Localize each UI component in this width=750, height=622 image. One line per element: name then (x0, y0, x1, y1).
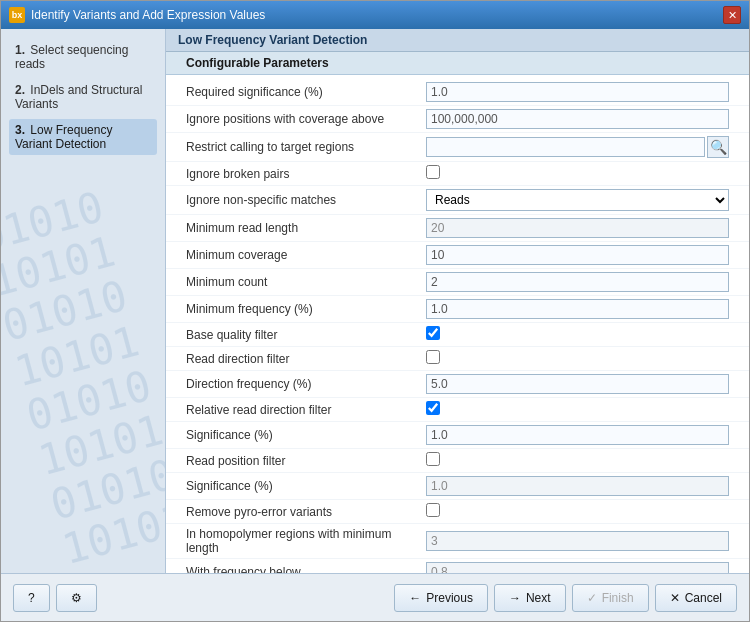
param-value-required-significance (426, 82, 729, 102)
param-row-pyro-error: Remove pyro-error variants (166, 500, 749, 524)
app-icon: bx (9, 7, 25, 23)
param-value-significance2 (426, 476, 729, 496)
next-button[interactable]: → Next (494, 584, 566, 612)
param-label-min-coverage: Minimum coverage (186, 248, 426, 262)
checkbox-ignore-broken-pairs[interactable] (426, 165, 440, 179)
param-value-direction-frequency (426, 374, 729, 394)
browse-button-target-regions[interactable]: 🔍 (707, 136, 729, 158)
param-label-min-frequency: Minimum frequency (%) (186, 302, 426, 316)
param-row-homopolymer: In homopolymer regions with minimum leng… (166, 524, 749, 559)
input-target-regions[interactable] (426, 137, 705, 157)
checkbox-read-position[interactable] (426, 452, 440, 466)
title-bar-left: bx Identify Variants and Add Expression … (9, 7, 265, 23)
step3-label: Low Frequency Variant Detection (15, 123, 112, 151)
param-row-relative-direction: Relative read direction filter (166, 398, 749, 422)
param-value-min-read-length (426, 218, 729, 238)
input-homopolymer[interactable] (426, 531, 729, 551)
input-significance2[interactable] (426, 476, 729, 496)
param-value-relative-direction (426, 401, 729, 418)
footer-left: ? ⚙ (13, 584, 97, 612)
finish-button[interactable]: ✓ Finish (572, 584, 649, 612)
main-window: bx Identify Variants and Add Expression … (0, 0, 750, 622)
param-row-base-quality: Base quality filter (166, 323, 749, 347)
param-label-freq-below: With frequency below (186, 565, 426, 573)
help-label: ? (28, 591, 35, 605)
checkbox-pyro-error[interactable] (426, 503, 440, 517)
sidebar-item-step1[interactable]: 1. Select sequencing reads (9, 39, 157, 75)
param-row-min-coverage: Minimum coverage (166, 242, 749, 269)
param-row-min-read-length: Minimum read length (166, 215, 749, 242)
previous-label: Previous (426, 591, 473, 605)
input-required-significance[interactable] (426, 82, 729, 102)
param-value-freq-below (426, 562, 729, 573)
finish-label: Finish (602, 591, 634, 605)
watermark: 0101010101010101010101010101010101010101 (1, 179, 166, 573)
step2-number: 2. (15, 83, 25, 97)
param-row-direction-frequency: Direction frequency (%) (166, 371, 749, 398)
checkbox-relative-direction[interactable] (426, 401, 440, 415)
sidebar-item-step3[interactable]: 3. Low Frequency Variant Detection (9, 119, 157, 155)
param-row-target-regions: Restrict calling to target regions 🔍 (166, 133, 749, 162)
help-button[interactable]: ? (13, 584, 50, 612)
param-value-base-quality (426, 326, 729, 343)
window-title: Identify Variants and Add Expression Val… (31, 8, 265, 22)
step3-number: 3. (15, 123, 25, 137)
param-label-base-quality: Base quality filter (186, 328, 426, 342)
cancel-icon: ✕ (670, 591, 680, 605)
param-value-read-direction (426, 350, 729, 367)
next-label: Next (526, 591, 551, 605)
input-min-count[interactable] (426, 272, 729, 292)
close-button[interactable]: ✕ (723, 6, 741, 24)
params-area: Required significance (%) Ignore positio… (166, 75, 749, 573)
sidebar-item-step2[interactable]: 2. InDels and Structural Variants (9, 79, 157, 115)
title-bar: bx Identify Variants and Add Expression … (1, 1, 749, 29)
cancel-button[interactable]: ✕ Cancel (655, 584, 737, 612)
param-value-homopolymer (426, 531, 729, 551)
param-label-ignore-nonspecific: Ignore non-specific matches (186, 193, 426, 207)
input-ignore-coverage[interactable] (426, 109, 729, 129)
param-value-pyro-error (426, 503, 729, 520)
param-row-ignore-nonspecific: Ignore non-specific matches Reads None P… (166, 186, 749, 215)
param-label-min-read-length: Minimum read length (186, 221, 426, 235)
step2-label: InDels and Structural Variants (15, 83, 142, 111)
param-label-ignore-broken-pairs: Ignore broken pairs (186, 167, 426, 181)
param-label-ignore-coverage: Ignore positions with coverage above (186, 112, 426, 126)
param-value-ignore-broken-pairs (426, 165, 729, 182)
param-row-min-frequency: Minimum frequency (%) (166, 296, 749, 323)
param-label-target-regions: Restrict calling to target regions (186, 140, 426, 154)
input-direction-frequency[interactable] (426, 374, 729, 394)
settings-icon: ⚙ (71, 591, 82, 605)
param-row-freq-below: With frequency below (166, 559, 749, 573)
param-label-read-direction: Read direction filter (186, 352, 426, 366)
settings-button[interactable]: ⚙ (56, 584, 97, 612)
checkbox-base-quality[interactable] (426, 326, 440, 340)
step1-number: 1. (15, 43, 25, 57)
param-label-read-position: Read position filter (186, 454, 426, 468)
param-row-read-direction: Read direction filter (166, 347, 749, 371)
previous-icon: ← (409, 591, 421, 605)
step1-label: Select sequencing reads (15, 43, 128, 71)
checkbox-read-direction[interactable] (426, 350, 440, 364)
param-value-ignore-coverage (426, 109, 729, 129)
input-min-coverage[interactable] (426, 245, 729, 265)
next-icon: → (509, 591, 521, 605)
param-value-read-position (426, 452, 729, 469)
param-value-ignore-nonspecific: Reads None Paired reads (426, 189, 729, 211)
param-label-min-count: Minimum count (186, 275, 426, 289)
section-header: Low Frequency Variant Detection (166, 29, 749, 52)
param-label-pyro-error: Remove pyro-error variants (186, 505, 426, 519)
param-label-direction-frequency: Direction frequency (%) (186, 377, 426, 391)
input-significance1[interactable] (426, 425, 729, 445)
select-ignore-nonspecific[interactable]: Reads None Paired reads (426, 189, 729, 211)
param-row-read-position: Read position filter (166, 449, 749, 473)
input-freq-below[interactable] (426, 562, 729, 573)
cancel-label: Cancel (685, 591, 722, 605)
param-label-significance1: Significance (%) (186, 428, 426, 442)
footer: ? ⚙ ← Previous → Next ✓ Finish ✕ Cancel (1, 573, 749, 621)
param-row-min-count: Minimum count (166, 269, 749, 296)
param-label-relative-direction: Relative read direction filter (186, 403, 426, 417)
previous-button[interactable]: ← Previous (394, 584, 488, 612)
input-min-frequency[interactable] (426, 299, 729, 319)
input-min-read-length[interactable] (426, 218, 729, 238)
param-value-min-coverage (426, 245, 729, 265)
